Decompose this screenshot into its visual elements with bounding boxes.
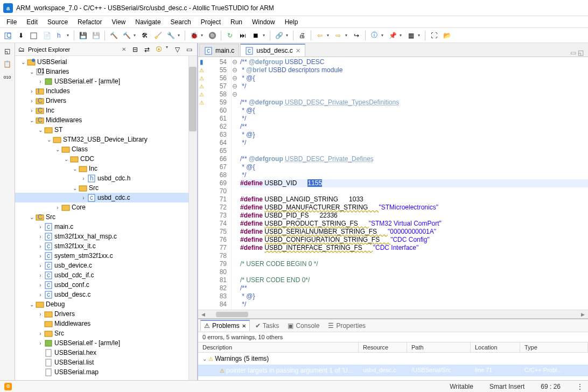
dropdown-icon[interactable]: ▾ <box>345 33 349 38</box>
tab-console[interactable]: ▣Console <box>284 321 323 331</box>
twistie-icon[interactable]: › <box>37 79 44 85</box>
tree-node[interactable]: ›cusbd_conf.c <box>15 280 197 290</box>
fold-column[interactable]: ⊖⊖⊖⊖⊖ <box>232 57 238 310</box>
twistie-icon[interactable]: › <box>37 263 44 269</box>
forward-icon[interactable]: ⇨ <box>332 30 344 41</box>
twistie-icon[interactable]: › <box>54 205 61 211</box>
tree-node[interactable]: ⌄CSrc <box>15 212 197 222</box>
tree-node[interactable]: ⌄ST <box>15 125 197 135</box>
restore-icon[interactable]: ◱ <box>3 46 12 56</box>
new-file-icon[interactable]: 📄 <box>41 30 53 41</box>
tree-node[interactable]: ›CDrivers <box>15 96 197 106</box>
rebuild-icon[interactable]: 🔧 <box>165 30 177 41</box>
tree-node[interactable]: USBSerial.map <box>15 367 197 377</box>
menu-project[interactable]: Project <box>197 17 225 27</box>
twistie-icon[interactable]: ⌄ <box>19 59 27 65</box>
code-editor[interactable]: ▮⚠⚠⚠⚠⚠ 545556575859606162636465666768697… <box>198 57 588 310</box>
twistie-icon[interactable]: ⌄ <box>54 146 61 152</box>
tab-tasks[interactable]: ✔Tasks <box>252 321 283 331</box>
dropdown-icon[interactable]: ▾ <box>418 33 422 38</box>
new-h-icon[interactable]: h <box>54 30 66 41</box>
twistie-icon[interactable]: › <box>28 88 36 94</box>
menu-source[interactable]: Source <box>43 17 72 27</box>
save-icon[interactable]: 💾 <box>77 30 89 41</box>
new-cproj-icon[interactable]: C <box>2 30 14 41</box>
tree-node[interactable]: Middlewares <box>15 319 197 328</box>
dropdown-icon[interactable]: ▾ <box>201 33 205 38</box>
chevron-down-icon[interactable]: ⌄ <box>202 356 207 362</box>
grid-icon[interactable]: ▦ <box>405 30 417 41</box>
tree-node[interactable]: ⌄STM32_USB_Device_Library <box>15 135 197 144</box>
menu-file[interactable]: File <box>2 17 21 27</box>
dropdown-icon[interactable]: ▾ <box>263 33 267 38</box>
last-edit-icon[interactable]: ↪ <box>351 30 362 41</box>
twistie-icon[interactable]: › <box>37 331 44 337</box>
restart-icon[interactable]: ↻ <box>224 30 236 41</box>
twistie-icon[interactable]: › <box>37 234 44 240</box>
editor-tab[interactable]: cmain.c <box>199 44 239 57</box>
twistie-icon[interactable]: ⌄ <box>71 185 79 191</box>
twistie-icon[interactable]: › <box>28 98 36 104</box>
col-type[interactable]: Type <box>520 342 588 352</box>
tab-problems[interactable]: ⚠Problems ✕ <box>200 320 250 331</box>
tree-node[interactable]: ›cmain.c <box>15 222 197 232</box>
twistie-icon[interactable]: › <box>37 340 44 346</box>
focus-icon[interactable]: ⦿ <box>154 45 164 54</box>
maximize-icon[interactable]: ⛶ <box>428 30 440 41</box>
twistie-icon[interactable]: ⌄ <box>71 166 79 172</box>
back-icon[interactable]: ⇦ <box>314 30 326 41</box>
tree-node[interactable]: ›Src <box>15 328 197 338</box>
tree-node[interactable]: ›USBSerial.elf - [arm/le] <box>15 338 197 348</box>
twistie-icon[interactable]: › <box>37 253 44 259</box>
twistie-icon[interactable]: › <box>37 243 44 249</box>
col-location[interactable]: Location <box>471 342 520 352</box>
link-editor-icon[interactable]: ⇄ <box>142 45 152 54</box>
close-icon[interactable]: ✕ <box>120 46 128 52</box>
tree-node[interactable]: ›Core <box>15 202 197 212</box>
tree-node[interactable]: ›husbd_cdc.h <box>15 173 197 183</box>
tree-node[interactable]: ›cstm32f1xx_it.c <box>15 241 197 251</box>
binary-icon[interactable]: 010 <box>3 72 12 82</box>
menu-run[interactable]: Run <box>226 17 247 27</box>
dropdown-icon[interactable]: ▾ <box>400 33 404 38</box>
dropdown-icon[interactable]: ▾ <box>67 33 71 38</box>
tree-node[interactable]: ⌄01Binaries <box>15 67 197 76</box>
tree-node[interactable]: ⌄Inc <box>15 164 197 173</box>
debug-icon[interactable]: 🐞 <box>188 30 200 41</box>
menu-refactor[interactable]: Refactor <box>73 17 106 27</box>
twistie-icon[interactable]: ⌄ <box>28 302 36 307</box>
twistie-icon[interactable]: ⌄ <box>28 117 36 123</box>
status-menu-icon[interactable]: ⋮ <box>577 383 584 390</box>
tree-node[interactable]: ›cusb_device.c <box>15 261 197 270</box>
tree-node[interactable]: ⌄Src <box>15 183 197 193</box>
build-all-icon[interactable]: 🔨 <box>121 30 132 41</box>
build-config-icon[interactable]: 🛠 <box>139 30 151 41</box>
print-icon[interactable]: 🖨 <box>296 30 308 41</box>
tree-scrollbar[interactable] <box>188 56 197 380</box>
code-content[interactable]: /** @defgroup USBD_DESC * @brief USBD de… <box>238 57 588 310</box>
tree-node[interactable]: ›csystem_stm32f1xx.c <box>15 251 197 261</box>
run-icon[interactable]: 🔘 <box>206 30 218 41</box>
tree-node[interactable]: ›cusbd_cdc.c <box>15 193 197 202</box>
tree-node[interactable]: ›Drivers <box>15 309 197 319</box>
bookmark-icon[interactable]: 📌 <box>387 30 398 41</box>
tree-node[interactable]: ⌄Debug <box>15 299 197 309</box>
tree-node[interactable]: ›CInc <box>15 106 197 115</box>
twistie-icon[interactable]: › <box>37 272 44 278</box>
tree-node[interactable]: ›cstm32f1xx_hal_msp.c <box>15 232 197 241</box>
twistie-icon[interactable]: › <box>80 195 87 201</box>
problems-group-row[interactable]: ⌄ ⚠ Warnings (5 items) <box>198 353 588 365</box>
minimize-icon[interactable]: ▭ <box>184 45 194 54</box>
minimize-editor-icon[interactable]: ▭ ◱ <box>570 49 588 57</box>
twistie-icon[interactable]: › <box>37 311 44 317</box>
clean-icon[interactable]: 🧹 <box>152 30 164 41</box>
link-icon[interactable]: 🔗 <box>273 30 285 41</box>
editor-tab[interactable]: cusbd_desc.c✕ <box>240 44 305 57</box>
col-path[interactable]: Path <box>407 342 471 352</box>
twistie-icon[interactable]: ⌄ <box>45 137 53 143</box>
dropdown-icon[interactable]: ▾ <box>178 33 182 38</box>
skip-icon[interactable]: ⏭ <box>237 30 249 41</box>
menu-edit[interactable]: Edit <box>22 17 42 27</box>
twistie-icon[interactable]: ⌄ <box>28 214 36 220</box>
twistie-icon[interactable]: › <box>37 224 44 230</box>
